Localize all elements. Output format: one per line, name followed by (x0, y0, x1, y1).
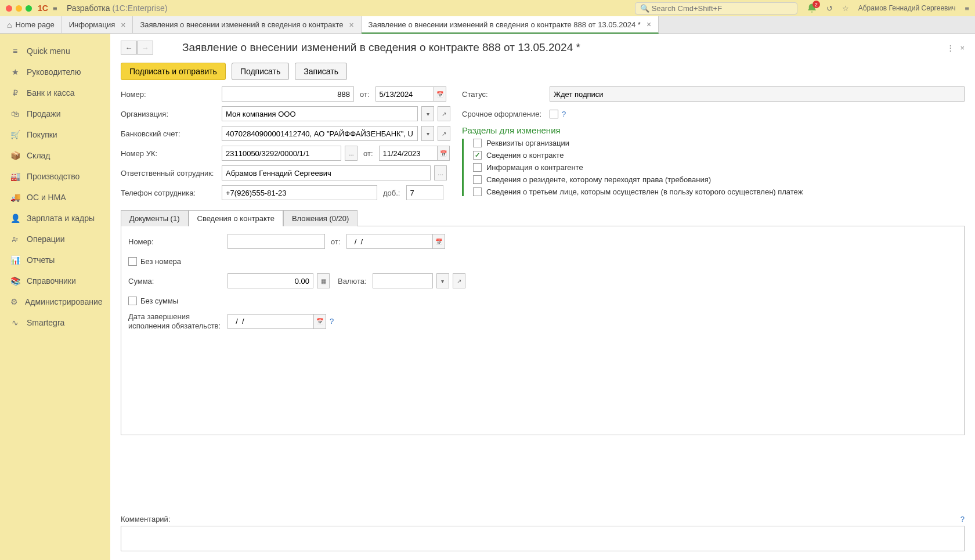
cart-icon: 🛒 (10, 130, 20, 139)
close-icon[interactable]: × (647, 20, 651, 29)
select-icon[interactable]: … (434, 165, 447, 180)
contract-number-input[interactable] (228, 234, 325, 249)
box-icon: 📦 (10, 151, 20, 160)
section-check-org-details[interactable]: Реквизиты организации (462, 139, 965, 147)
close-page-icon[interactable]: × (960, 44, 965, 52)
sign-button[interactable]: Подписать (232, 63, 289, 80)
inner-tab-attachments[interactable]: Вложения (0/20) (283, 210, 358, 226)
responsible-input[interactable] (222, 165, 431, 180)
tab-applications-list[interactable]: Заявления о внесении изменений в сведени… (133, 16, 361, 33)
topbar: 1C ≡ Разработка (1С:Enterprise) 🔍 2 ↺ ☆ … (0, 0, 975, 16)
currency-input[interactable] (373, 273, 433, 288)
nav-back-button[interactable]: ← (121, 41, 137, 55)
responsible-label: Ответственный сотрудник: (121, 169, 218, 178)
uk-number-input[interactable] (222, 146, 341, 161)
notifications-icon[interactable]: 2 (807, 3, 817, 13)
checkbox[interactable] (473, 175, 482, 184)
gear-icon: ⚙ (10, 297, 18, 306)
end-date-label: Дата завершения исполнения обязательств: (128, 312, 224, 330)
user-name[interactable]: Абрамов Геннадий Сергеевич (858, 4, 956, 12)
sidebar-item-purchases[interactable]: 🛒Покупки (0, 124, 110, 145)
phone-input[interactable] (222, 185, 377, 200)
sidebar-item-warehouse[interactable]: 📦Склад (0, 145, 110, 166)
sidebar-item-reports[interactable]: 📊Отчеты (0, 250, 110, 270)
no-number-checkbox[interactable] (128, 257, 137, 266)
section-check-resident[interactable]: Сведения о резиденте, которому переходят… (462, 175, 965, 184)
section-check-third-party[interactable]: Сведения о третьем лице, которым осущест… (462, 187, 965, 196)
contract-date-input[interactable] (346, 234, 432, 249)
date-input[interactable] (375, 86, 434, 102)
sidebar-item-smartegra[interactable]: ∿Smartegra (0, 312, 110, 333)
sidebar-item-quick-menu[interactable]: ≡Quick menu (0, 41, 110, 62)
sign-and-send-button[interactable]: Подписать и отправить (121, 63, 226, 80)
sidebar-item-manager[interactable]: ★Руководителю (0, 62, 110, 82)
number-input[interactable] (222, 86, 354, 102)
org-input[interactable] (222, 106, 418, 121)
tab-application-888[interactable]: Заявление о внесении изменений в сведени… (362, 16, 659, 34)
end-date-input[interactable] (228, 314, 313, 329)
sidebar-item-references[interactable]: 📚Справочники (0, 270, 110, 291)
open-icon[interactable]: ↗ (453, 273, 465, 288)
amount-input[interactable] (228, 273, 313, 288)
close-icon[interactable]: × (349, 20, 353, 30)
help-icon[interactable]: ? (562, 110, 566, 118)
calendar-icon[interactable]: 📅 (313, 314, 326, 329)
dropdown-icon[interactable]: ▾ (421, 106, 434, 121)
minimize-window[interactable] (16, 5, 22, 12)
ext-input[interactable] (406, 185, 443, 200)
inner-tab-contract[interactable]: Сведения о контракте (189, 210, 283, 226)
inner-tab-documents[interactable]: Документы (1) (121, 210, 189, 226)
no-amount-checkbox[interactable] (128, 297, 137, 305)
search-box[interactable]: 🔍 (635, 2, 797, 15)
sidebar-item-bank[interactable]: ₽Банк и касса (0, 82, 110, 103)
calendar-icon[interactable]: 📅 (437, 146, 450, 161)
sidebar-item-assets[interactable]: 🚚ОС и НМА (0, 187, 110, 208)
sidebar-item-sales[interactable]: 🛍Продажи (0, 103, 110, 124)
phone-label: Телефон сотрудника: (121, 189, 218, 197)
sidebar-item-salary[interactable]: 👤Зарплата и кадры (0, 208, 110, 229)
star-icon[interactable]: ☆ (842, 4, 849, 13)
nav-forward-button[interactable]: → (137, 41, 153, 55)
content: ← → Заявление о внесении изменений в све… (110, 34, 975, 560)
history-icon[interactable]: ↺ (826, 4, 833, 13)
hamburger-icon[interactable]: ≡ (53, 4, 62, 13)
tab-home[interactable]: ⌂ Home page (0, 16, 62, 33)
sidebar-item-admin[interactable]: ⚙Администрирование (0, 291, 110, 312)
calendar-icon[interactable]: 📅 (434, 86, 446, 102)
close-window[interactable] (6, 5, 12, 12)
urgent-checkbox[interactable] (550, 110, 558, 118)
select-icon[interactable]: … (345, 146, 358, 161)
open-icon[interactable]: ↗ (438, 126, 450, 141)
calendar-icon[interactable]: 📅 (432, 234, 445, 249)
checkbox[interactable] (473, 163, 482, 172)
checkbox[interactable] (473, 151, 482, 160)
status-input (550, 86, 965, 102)
settings-icon[interactable]: ≡ (965, 4, 969, 13)
home-icon: ⌂ (7, 20, 12, 30)
ext-label: доб.: (383, 189, 400, 197)
sidebar: ≡Quick menu ★Руководителю ₽Банк и касса … (0, 34, 110, 560)
sidebar-item-operations[interactable]: ДтОперации (0, 229, 110, 250)
search-input[interactable] (652, 4, 792, 13)
bank-input[interactable] (222, 126, 418, 141)
comment-textarea[interactable] (121, 526, 965, 551)
calculator-icon[interactable]: ▦ (317, 273, 330, 288)
maximize-window[interactable] (26, 5, 32, 12)
save-button[interactable]: Записать (295, 63, 347, 80)
tab-information[interactable]: Информация× (62, 16, 133, 33)
dropdown-icon[interactable]: ▾ (421, 126, 434, 141)
open-icon[interactable]: ↗ (438, 106, 450, 121)
close-icon[interactable]: × (121, 20, 125, 30)
menu-icon: ≡ (10, 46, 20, 56)
dropdown-icon[interactable]: ▾ (436, 273, 449, 288)
page-title: Заявление о внесении изменений в сведени… (182, 41, 580, 54)
section-check-counterparty[interactable]: Информация о контрагенте (462, 163, 965, 172)
help-icon[interactable]: ? (960, 515, 965, 523)
more-icon[interactable]: ⋮ (947, 44, 954, 52)
uk-date-input[interactable] (379, 146, 437, 161)
checkbox[interactable] (473, 139, 482, 147)
checkbox[interactable] (473, 187, 482, 196)
sidebar-item-production[interactable]: 🏭Производство (0, 166, 110, 187)
help-icon[interactable]: ? (330, 317, 334, 326)
section-check-contract-info[interactable]: Сведения о контракте (462, 151, 965, 160)
